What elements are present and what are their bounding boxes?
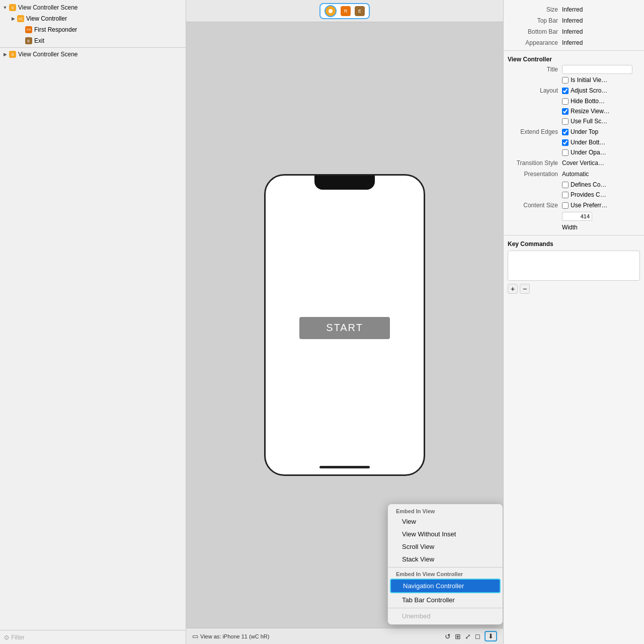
- title-input[interactable]: [562, 65, 632, 74]
- presentation-value: Automatic: [562, 171, 589, 178]
- transition-row: Transition Style Cover Vertica…: [504, 157, 644, 169]
- key-commands-section: + −: [504, 249, 644, 297]
- menu-item-scroll-view[interactable]: Scroll View: [388, 540, 503, 553]
- vc-icon: VC: [17, 15, 24, 22]
- provides-co-checkbox[interactable]: [562, 192, 569, 198]
- fr-icon: FR: [25, 26, 32, 33]
- spacer: [18, 27, 24, 33]
- under-bottom-checkbox[interactable]: [562, 139, 569, 146]
- iphone-mockup: START: [264, 174, 425, 476]
- vc-label: View Controller: [26, 15, 67, 22]
- menu-item-view[interactable]: View: [388, 515, 503, 528]
- zoom-icon[interactable]: ◻: [475, 632, 480, 640]
- toolbar-inner[interactable]: R E: [319, 3, 370, 19]
- vc-inner-circle: [328, 8, 334, 14]
- key-commands-title: Key Commands: [504, 237, 644, 249]
- exit-label: Exit: [34, 37, 44, 44]
- embed-in-view-label: Embed In View: [388, 506, 503, 515]
- scene-1-header[interactable]: ▼ S View Controller Scene: [0, 2, 186, 13]
- content-size-label: Content Size: [508, 202, 558, 209]
- layout-row: Layout Adjust Scro…: [504, 85, 644, 96]
- add-key-command-button[interactable]: +: [508, 284, 518, 294]
- chevron-right-icon-2: ▶: [2, 51, 8, 57]
- first-responder-item[interactable]: FR First Responder: [0, 24, 186, 35]
- adjust-scroll-checkbox[interactable]: [562, 88, 569, 94]
- top-bar-label: Top Bar: [508, 17, 558, 24]
- title-row: Title: [504, 64, 644, 75]
- rotate-icon[interactable]: ↺: [445, 632, 451, 640]
- appearance-value: Inferred: [562, 39, 583, 46]
- width-label-row: Width: [504, 222, 644, 233]
- menu-item-tab-bar-controller[interactable]: Tab Bar Controller: [388, 594, 503, 606]
- center-panel: R E START ▭ View as: iPhone 11 (wC hR) ↺…: [186, 0, 503, 644]
- filter-label: Filter: [11, 634, 25, 641]
- provides-co-row: Provides C…: [504, 190, 644, 200]
- is-initial-view-label: Is Initial Vie…: [571, 76, 607, 84]
- menu-separator-2: [388, 608, 503, 608]
- top-bar-value: Inferred: [562, 17, 583, 24]
- width-row: [504, 211, 644, 222]
- view-controller-item[interactable]: ▶ VC View Controller: [0, 13, 186, 24]
- hide-bottom-row: Hide Botto…: [504, 96, 644, 106]
- resize-view-checkbox[interactable]: [562, 108, 569, 115]
- embed-dropdown-menu[interactable]: Embed In View View View Without Inset Sc…: [387, 504, 503, 625]
- sep-1: [504, 50, 644, 51]
- transition-value: Cover Vertica…: [562, 159, 604, 167]
- menu-item-stack-view[interactable]: Stack View: [388, 553, 503, 566]
- vc-toolbar-icon: [325, 5, 337, 17]
- inspector-content: Size Inferred Top Bar Inferred Bottom Ba…: [504, 0, 644, 644]
- use-full-screen-row: Use Full Sc…: [504, 116, 644, 126]
- menu-separator-1: [388, 567, 503, 568]
- defines-co-row: Defines Co…: [504, 180, 644, 190]
- hide-bottom-checkbox[interactable]: [562, 98, 569, 105]
- layout-label: Layout: [508, 87, 558, 94]
- size-row: Size Inferred: [504, 4, 644, 15]
- is-initial-view-checkbox[interactable]: [562, 77, 569, 84]
- under-bottom-row: Under Bott…: [504, 137, 644, 147]
- resize-view-row: Resize View…: [504, 106, 644, 116]
- under-opaque-label: Under Opa…: [571, 149, 606, 156]
- scene-2-label: View Controller Scene: [18, 51, 78, 58]
- chevron-down-icon: ▼: [2, 5, 8, 11]
- is-initial-view-row: Is Initial Vie…: [504, 75, 644, 85]
- content-size-row: Content Size Use Preferr…: [504, 200, 644, 211]
- menu-item-nav-controller[interactable]: Navigation Controller: [390, 579, 501, 593]
- left-panel: ▼ S View Controller Scene ▶ VC View Cont…: [0, 0, 186, 644]
- tree-separator: [0, 47, 186, 48]
- move-icon[interactable]: ⤢: [465, 632, 471, 640]
- sep-2: [504, 235, 644, 235]
- under-opaque-checkbox[interactable]: [562, 149, 569, 156]
- transition-label: Transition Style: [508, 159, 558, 167]
- width-input[interactable]: [562, 212, 592, 221]
- remove-key-command-button[interactable]: −: [520, 284, 530, 294]
- exit-item[interactable]: E Exit: [0, 35, 186, 46]
- under-bottom-label: Under Bott…: [571, 139, 605, 146]
- under-top-checkbox[interactable]: [562, 129, 569, 135]
- key-commands-buttons: + −: [508, 283, 640, 295]
- layout-icon[interactable]: ⊞: [455, 632, 461, 640]
- canvas-toolbar: R E: [186, 0, 503, 22]
- adjust-scroll-label: Adjust Scro…: [571, 87, 607, 94]
- appearance-label: Appearance: [508, 39, 558, 46]
- first-responder-label: First Responder: [34, 26, 77, 33]
- scene-2-icon: S: [9, 51, 16, 58]
- start-button[interactable]: START: [299, 317, 390, 339]
- phone-icon: ▭: [192, 632, 198, 640]
- use-prefer-checkbox[interactable]: [562, 202, 569, 209]
- scene-2-header[interactable]: ▶ S View Controller Scene: [0, 49, 186, 60]
- key-commands-box: [508, 251, 640, 281]
- menu-item-unembed[interactable]: Unembed: [388, 610, 503, 622]
- title-label: Title: [508, 66, 558, 73]
- defines-co-checkbox[interactable]: [562, 182, 569, 188]
- iphone-notch: [314, 176, 375, 190]
- exit-icon: E: [25, 37, 32, 44]
- menu-item-view-without-inset[interactable]: View Without Inset: [388, 528, 503, 540]
- hide-bottom-label: Hide Botto…: [571, 98, 605, 105]
- filter-search-icon: ⊙: [4, 634, 9, 641]
- embed-in-vc-label: Embed In View Controller: [388, 569, 503, 578]
- vc-section-title: View Controller: [504, 53, 644, 64]
- use-full-screen-checkbox[interactable]: [562, 118, 569, 125]
- embed-button[interactable]: ⬇: [485, 631, 497, 641]
- under-top-label: Under Top: [571, 128, 598, 135]
- defines-co-label: Defines Co…: [571, 181, 606, 188]
